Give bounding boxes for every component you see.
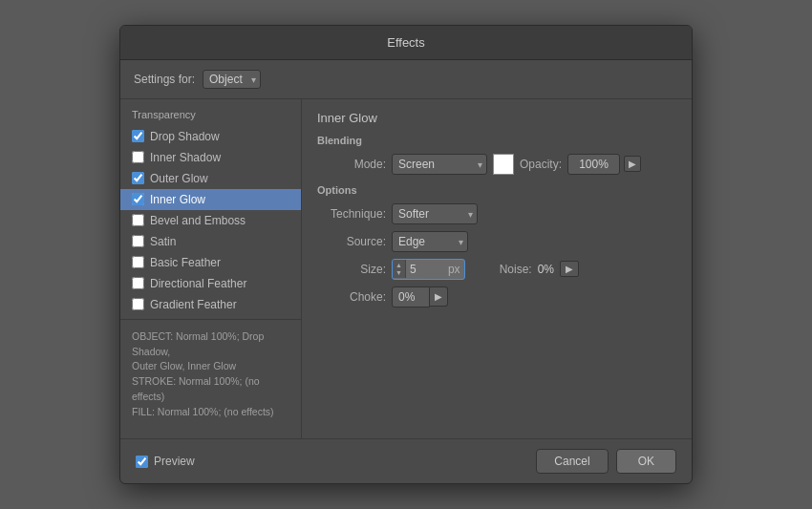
dialog-body: Settings for: Object Transparency Drop S… xyxy=(120,60,692,484)
source-row: Source: Edge Center xyxy=(317,231,676,252)
source-select-wrapper: Edge Center xyxy=(392,231,468,252)
settings-for-select[interactable]: Object xyxy=(203,70,261,89)
effect-item-directional-feather[interactable]: Directional Feather xyxy=(120,273,301,294)
effect-item-gradient-feather[interactable]: Gradient Feather xyxy=(120,294,301,315)
opacity-stepper[interactable]: ▶ xyxy=(624,156,641,172)
effect-item-inner-shadow[interactable]: Inner Shadow xyxy=(120,147,301,168)
noise-label: Noise: xyxy=(500,263,532,276)
cancel-button[interactable]: Cancel xyxy=(536,449,608,474)
size-unit: px xyxy=(444,263,464,276)
mode-select-wrapper: Screen Normal Multiply Overlay xyxy=(392,154,487,175)
effect-item-satin[interactable]: Satin xyxy=(120,231,301,252)
options-section-header: Options xyxy=(317,184,676,196)
mode-label: Mode: xyxy=(317,158,386,171)
settings-for-select-wrapper: Object xyxy=(203,70,261,89)
technique-label: Technique: xyxy=(317,207,386,221)
noise-stepper[interactable]: ▶ xyxy=(560,261,579,277)
main-content: Transparency Drop Shadow Inner Shadow Ou… xyxy=(120,99,692,439)
opacity-wrapper: ▶ xyxy=(567,154,641,175)
choke-input-wrapper: ▶ xyxy=(392,286,448,308)
basic-feather-checkbox[interactable] xyxy=(132,256,144,268)
dialog-title: Effects xyxy=(387,35,425,50)
inner-glow-checkbox[interactable] xyxy=(132,193,144,205)
bevel-emboss-label: Bevel and Emboss xyxy=(150,214,246,227)
choke-label: Choke: xyxy=(317,290,386,304)
basic-feather-label: Basic Feather xyxy=(150,256,221,269)
effect-item-inner-glow[interactable]: Inner Glow xyxy=(120,189,301,210)
effect-item-outer-glow[interactable]: Outer Glow xyxy=(120,168,301,189)
satin-label: Satin xyxy=(150,235,176,248)
footer-buttons: Cancel OK xyxy=(536,449,676,474)
info-box: OBJECT: Normal 100%; Drop Shadow,Outer G… xyxy=(120,319,301,430)
inner-shadow-checkbox[interactable] xyxy=(132,151,144,163)
inner-shadow-label: Inner Shadow xyxy=(150,151,221,164)
bevel-emboss-checkbox[interactable] xyxy=(132,214,144,226)
left-panel: Transparency Drop Shadow Inner Shadow Ou… xyxy=(120,99,302,439)
blending-section-header: Blending xyxy=(317,135,676,146)
choke-stepper[interactable]: ▶ xyxy=(430,286,448,307)
size-input[interactable] xyxy=(406,260,444,279)
source-label: Source: xyxy=(317,235,386,248)
size-spin-button[interactable]: ▲ ▼ xyxy=(393,260,406,278)
effects-dialog: Effects Settings for: Object Transparenc… xyxy=(119,25,693,485)
directional-feather-checkbox[interactable] xyxy=(132,277,144,289)
right-panel: Inner Glow Blending Mode: Screen Normal … xyxy=(302,99,692,439)
choke-input[interactable] xyxy=(392,286,430,308)
technique-row: Technique: Softer Precise xyxy=(317,203,676,224)
choke-row: Choke: ▶ xyxy=(317,286,676,308)
preview-checkbox[interactable] xyxy=(136,456,148,468)
effect-item-basic-feather[interactable]: Basic Feather xyxy=(120,252,301,273)
opacity-label: Opacity: xyxy=(520,158,562,171)
panel-title: Inner Glow xyxy=(317,111,676,125)
size-up-arrow-icon: ▲ xyxy=(395,262,402,268)
preview-checkbox-label[interactable]: Preview xyxy=(136,455,195,468)
source-select[interactable]: Edge Center xyxy=(392,231,468,252)
size-row: Size: ▲ ▼ px Noise: 0% ▶ xyxy=(317,259,676,280)
opacity-input[interactable] xyxy=(567,154,620,175)
technique-select-wrapper: Softer Precise xyxy=(392,203,478,224)
inner-glow-label: Inner Glow xyxy=(150,193,205,206)
drop-shadow-checkbox[interactable] xyxy=(132,130,144,142)
color-swatch[interactable] xyxy=(493,154,514,175)
preview-label: Preview xyxy=(154,455,195,468)
info-text: OBJECT: Normal 100%; Drop Shadow,Outer G… xyxy=(132,330,274,417)
mode-select[interactable]: Screen Normal Multiply Overlay xyxy=(392,154,487,175)
settings-for-label: Settings for: xyxy=(134,73,195,86)
size-label: Size: xyxy=(317,263,386,276)
outer-glow-checkbox[interactable] xyxy=(132,172,144,184)
size-down-arrow-icon: ▼ xyxy=(395,269,402,276)
directional-feather-label: Directional Feather xyxy=(150,277,246,290)
effect-item-drop-shadow[interactable]: Drop Shadow xyxy=(120,126,301,147)
dialog-footer: Preview Cancel OK xyxy=(120,438,692,483)
mode-row: Mode: Screen Normal Multiply Overlay Opa… xyxy=(317,154,676,175)
size-input-group: ▲ ▼ px xyxy=(392,259,465,280)
technique-select[interactable]: Softer Precise xyxy=(392,203,478,224)
satin-checkbox[interactable] xyxy=(132,235,144,247)
transparency-section-title: Transparency xyxy=(120,109,301,126)
dialog-title-bar: Effects xyxy=(120,26,692,60)
settings-for-row: Settings for: Object xyxy=(120,60,692,99)
noise-value: 0% xyxy=(538,263,554,276)
gradient-feather-label: Gradient Feather xyxy=(150,298,237,311)
drop-shadow-label: Drop Shadow xyxy=(150,130,220,143)
outer-glow-label: Outer Glow xyxy=(150,172,208,185)
gradient-feather-checkbox[interactable] xyxy=(132,298,144,310)
effect-item-bevel-emboss[interactable]: Bevel and Emboss xyxy=(120,210,301,231)
ok-button[interactable]: OK xyxy=(616,449,676,474)
